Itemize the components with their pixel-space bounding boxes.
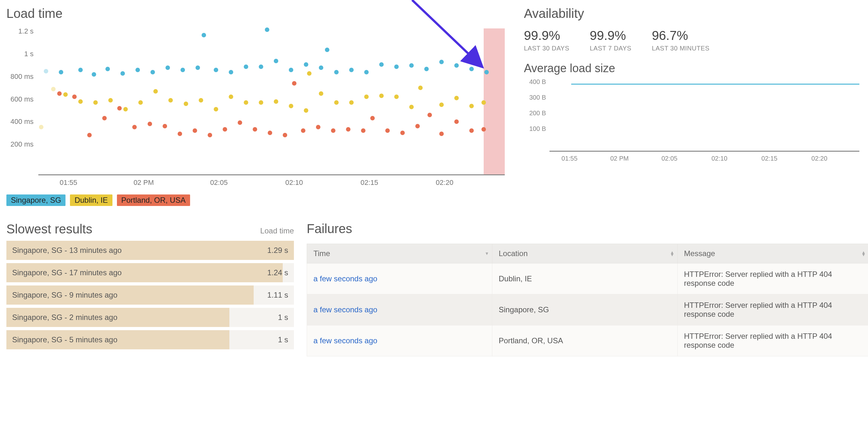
chart-point[interactable] — [208, 133, 212, 137]
chart-point[interactable] — [364, 95, 369, 99]
chart-point[interactable] — [370, 116, 375, 121]
chart-point[interactable] — [163, 124, 167, 128]
chart-point[interactable] — [289, 68, 293, 72]
chart-point[interactable] — [259, 100, 263, 105]
chart-point[interactable] — [316, 125, 320, 129]
chart-point[interactable] — [153, 89, 158, 94]
chart-point[interactable] — [361, 128, 366, 133]
chart-point[interactable] — [214, 68, 218, 72]
slowest-row[interactable]: Singapore, SG - 2 minutes ago1 s — [6, 308, 294, 327]
chart-point[interactable] — [301, 128, 305, 133]
chart-point[interactable] — [469, 67, 474, 71]
chart-point[interactable] — [59, 70, 63, 74]
chart-point[interactable] — [349, 100, 354, 105]
chart-point[interactable] — [57, 91, 62, 96]
chart-point[interactable] — [108, 98, 113, 102]
load-time-chart[interactable]: 1.2 s1 s800 ms600 ms400 ms200 ms 01:5502… — [6, 28, 505, 188]
chart-point[interactable] — [229, 70, 233, 74]
chart-point[interactable] — [135, 68, 140, 72]
chart-point[interactable] — [168, 98, 173, 102]
chart-point[interactable] — [400, 131, 405, 135]
chart-point[interactable] — [274, 59, 278, 63]
chart-point[interactable] — [385, 128, 390, 133]
chart-point[interactable] — [307, 71, 311, 76]
chart-point[interactable] — [184, 102, 188, 106]
chart-point[interactable] — [454, 120, 459, 124]
slowest-row[interactable]: Singapore, SG - 9 minutes ago1.11 s — [6, 286, 294, 305]
failures-col-message[interactable]: Message ▴▾ — [678, 244, 868, 263]
chart-point[interactable] — [325, 47, 329, 52]
chart-point[interactable] — [428, 113, 432, 117]
chart-point[interactable] — [105, 67, 110, 71]
chart-point[interactable] — [394, 95, 399, 99]
chart-point[interactable] — [283, 133, 287, 137]
chart-point[interactable] — [117, 106, 122, 110]
chart-point[interactable] — [439, 102, 444, 107]
chart-point[interactable] — [409, 63, 414, 68]
chart-point[interactable] — [181, 68, 185, 72]
chart-point[interactable] — [265, 28, 269, 32]
chart-point[interactable] — [199, 98, 203, 102]
chart-point[interactable] — [394, 65, 399, 69]
failure-time-link[interactable]: a few seconds ago — [313, 305, 377, 314]
chart-point[interactable] — [202, 33, 206, 37]
failures-row[interactable]: a few seconds agoPortland, OR, USAHTTPEr… — [307, 325, 868, 356]
legend-item[interactable]: Singapore, SG — [6, 195, 65, 206]
chart-point[interactable] — [274, 99, 278, 104]
failure-time-link[interactable]: a few seconds ago — [313, 274, 377, 283]
chart-point[interactable] — [379, 94, 384, 98]
chart-point[interactable] — [304, 108, 308, 113]
chart-point[interactable] — [409, 105, 414, 109]
chart-point[interactable] — [223, 127, 227, 132]
chart-point[interactable] — [178, 132, 182, 136]
chart-point[interactable] — [195, 65, 200, 70]
chart-point[interactable] — [78, 68, 83, 72]
chart-point[interactable] — [304, 62, 308, 67]
chart-point[interactable] — [39, 125, 43, 129]
chart-point[interactable] — [44, 69, 48, 73]
chart-point[interactable] — [138, 100, 143, 105]
chart-point[interactable] — [193, 128, 197, 133]
chart-point[interactable] — [289, 104, 293, 108]
chart-point[interactable] — [151, 70, 155, 74]
legend-item[interactable]: Dublin, IE — [70, 195, 112, 206]
chart-point[interactable] — [132, 125, 137, 129]
failures-row[interactable]: a few seconds agoSingapore, SGHTTPError:… — [307, 294, 868, 325]
chart-point[interactable] — [454, 96, 459, 100]
slowest-row[interactable]: Singapore, SG - 17 minutes ago1.24 s — [6, 263, 294, 282]
chart-point[interactable] — [439, 132, 444, 136]
chart-point[interactable] — [319, 65, 323, 70]
chart-point[interactable] — [482, 127, 486, 132]
chart-point[interactable] — [415, 124, 420, 128]
chart-point[interactable] — [482, 100, 486, 105]
chart-point[interactable] — [102, 116, 107, 121]
chart-point[interactable] — [120, 71, 125, 76]
chart-point[interactable] — [292, 81, 297, 86]
failures-row[interactable]: a few seconds agoDublin, IEHTTPError: Se… — [307, 263, 868, 294]
chart-point[interactable] — [253, 127, 257, 132]
slowest-row[interactable]: Singapore, SG - 13 minutes ago1.29 s — [6, 241, 294, 260]
chart-point[interactable] — [469, 104, 474, 108]
chart-point[interactable] — [349, 68, 354, 72]
chart-point[interactable] — [454, 63, 459, 68]
chart-point[interactable] — [331, 128, 336, 133]
chart-point[interactable] — [244, 100, 248, 105]
chart-point[interactable] — [63, 92, 68, 97]
chart-point[interactable] — [268, 131, 272, 135]
slowest-row[interactable]: Singapore, SG - 5 minutes ago1 s — [6, 330, 294, 349]
chart-point[interactable] — [78, 99, 83, 104]
chart-point[interactable] — [319, 91, 323, 96]
chart-point[interactable] — [123, 107, 128, 111]
chart-point[interactable] — [229, 95, 233, 99]
failures-col-time[interactable]: Time ▾ — [307, 244, 492, 263]
chart-point[interactable] — [244, 65, 248, 69]
chart-point[interactable] — [346, 127, 350, 132]
failure-time-link[interactable]: a few seconds ago — [313, 336, 377, 345]
chart-point[interactable] — [148, 122, 152, 126]
chart-point[interactable] — [469, 128, 474, 133]
chart-point[interactable] — [259, 65, 263, 69]
chart-point[interactable] — [334, 100, 339, 105]
chart-point[interactable] — [165, 65, 170, 70]
chart-point[interactable] — [424, 67, 429, 71]
chart-point[interactable] — [92, 72, 96, 77]
